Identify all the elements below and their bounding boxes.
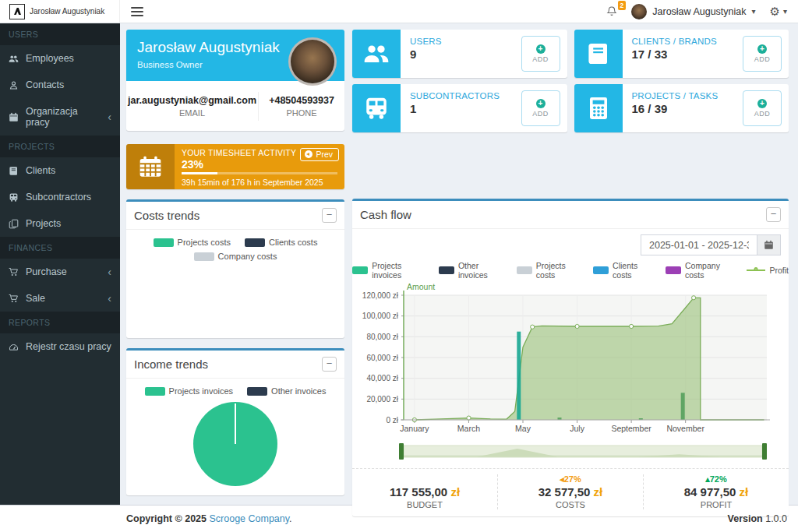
legend-item[interactable]: Clients costs: [245, 238, 317, 247]
timesheet-progress-fill: [182, 172, 217, 174]
collapse-button[interactable]: −: [322, 357, 337, 372]
prev-button[interactable]: Prev: [300, 148, 339, 161]
company-link[interactable]: Scrooge Company: [209, 513, 289, 524]
svg-text:40,000 zł: 40,000 zł: [366, 374, 398, 382]
profit-line-marker: [747, 266, 765, 274]
legend-item[interactable]: Other invoices: [439, 261, 507, 280]
sidebar-item-label: Purchase: [26, 266, 67, 277]
sidebar-item-contacts[interactable]: Contacts: [0, 72, 120, 98]
collapse-button[interactable]: −: [766, 207, 781, 222]
book-icon: [586, 41, 611, 66]
svg-text:100,000 zł: 100,000 zł: [362, 312, 399, 320]
stat-value: 1: [410, 102, 515, 115]
legend-item[interactable]: Other invoices: [247, 386, 326, 396]
legend-item[interactable]: Clients costs: [593, 261, 655, 280]
date-picker-button[interactable]: [757, 234, 781, 255]
app-logo[interactable]: Jarosław Augustyniak: [0, 0, 120, 23]
caret-down-icon: ▾: [751, 7, 755, 16]
legend-swatch: [145, 387, 165, 396]
tachometer-icon: [9, 342, 19, 352]
logo-text: Jarosław Augustyniak: [30, 7, 104, 16]
notification-badge: 2: [618, 1, 627, 10]
svg-text:January: January: [400, 424, 429, 433]
profile-email-label: EMAIL: [128, 108, 256, 118]
sidebar-item-employees[interactable]: Employees: [0, 45, 120, 72]
stat-card-users: USERS 9 + ADD: [352, 30, 567, 78]
sidebar-item-label: Employees: [26, 53, 74, 64]
sidebar-item-label: Sale: [26, 293, 45, 304]
chevron-left-icon: ‹: [108, 268, 111, 276]
main-content: Jarosław Augustyniak Business Owner jar.…: [120, 23, 798, 505]
sidebar-item-label: Subcontractors: [26, 192, 91, 203]
sidebar-section-reports: REPORTS: [0, 312, 120, 333]
sidebar-item-clients[interactable]: Clients: [0, 157, 120, 184]
sidebar-item-subcontractors[interactable]: Subcontractors: [0, 184, 120, 210]
notifications-button[interactable]: 2: [606, 5, 617, 17]
legend-swatch: [154, 238, 174, 247]
legend-item[interactable]: Projects costs: [154, 238, 231, 247]
legend-item[interactable]: Company costs: [194, 252, 277, 261]
calculator-icon: [586, 96, 611, 121]
book-icon: [9, 166, 19, 176]
legend-item[interactable]: Company costs: [666, 261, 737, 280]
timesheet-banner: YOUR TIMESHEET ACTIVITY Prev 23% 39h 15m…: [126, 144, 344, 189]
sidebar-item-label: Organizacja pracy: [26, 106, 101, 128]
bus-icon: [9, 192, 19, 203]
cashflow-summary: 117 555,00 zł BUDGET ◂27% 32 577,50 zł C…: [352, 469, 789, 516]
sidebar-item-purchase[interactable]: Purchase ‹: [0, 259, 120, 285]
cashflow-legend: Projects invoices Other invoices Project…: [352, 255, 789, 281]
plus-circle-icon: +: [757, 44, 767, 54]
calendar-icon: [9, 112, 19, 122]
copyright: Copyright © 2025 Scrooge Company.: [126, 513, 292, 524]
profile-email: jar.augustyniak@gmail.com: [128, 95, 256, 106]
sidebar-section-projects: PROJECTS: [0, 136, 120, 157]
settings-menu[interactable]: ⚙ ▾: [770, 5, 787, 19]
user-icon: [9, 80, 19, 90]
timesheet-detail: 39h 15min of 176 h in September 2025: [182, 178, 337, 187]
profile-avatar: [288, 37, 337, 86]
sidebar-toggle-button[interactable]: [131, 7, 143, 16]
sidebar-item-label: Contacts: [26, 79, 64, 90]
legend-swatch: [352, 266, 368, 274]
add-client-button[interactable]: + ADD: [743, 36, 782, 72]
plus-circle-icon: +: [757, 99, 767, 108]
bus-icon: [363, 95, 390, 122]
bell-icon: [606, 5, 617, 17]
date-range-input[interactable]: [641, 234, 757, 255]
caret-down-icon: ▾: [783, 7, 787, 16]
top-navbar: Jarosław Augustyniak 2 Jarosław Augustyn…: [0, 0, 798, 23]
add-project-button[interactable]: + ADD: [743, 90, 782, 126]
stat-value: 17 / 33: [632, 48, 737, 61]
svg-text:120,000 zł: 120,000 zł: [362, 291, 399, 300]
svg-text:July: July: [570, 424, 584, 433]
cash-flow-panel: Cash flow − Projects invoices Other invo…: [352, 199, 789, 516]
profile-card: Jarosław Augustyniak Business Owner jar.…: [126, 30, 344, 131]
sidebar-item-label: Projects: [26, 218, 61, 229]
legend-item[interactable]: Projects costs: [517, 261, 583, 280]
legend-swatch: [439, 266, 454, 274]
stat-value: 16 / 39: [632, 102, 737, 115]
sidebar-item-organizacja-pracy[interactable]: Organizacja pracy ‹: [0, 98, 120, 136]
sidebar-item-sale[interactable]: Sale ‹: [0, 285, 120, 312]
plus-circle-icon: +: [536, 99, 546, 108]
income-pie-chart: [193, 402, 277, 486]
timesheet-progressbar: [182, 172, 337, 174]
stat-label: SUBCONTRACTORS: [410, 91, 515, 100]
sidebar-section-users: USERS: [0, 23, 120, 45]
add-subcontractor-button[interactable]: + ADD: [521, 90, 560, 126]
chart-range-slider[interactable]: [399, 443, 767, 460]
add-users-button[interactable]: + ADD: [521, 36, 560, 72]
user-menu[interactable]: Jarosław Augustyniak ▾: [631, 4, 755, 19]
profit-summary: ▴72% 84 977,50 zł PROFIT: [643, 474, 789, 509]
sidebar-item-rejestr-czasu-pracy[interactable]: Rejestr czasu pracy: [0, 333, 120, 360]
cart-icon: [9, 267, 19, 277]
legend-item[interactable]: Profit: [747, 266, 789, 275]
costs-trends-panel: Costs trends − Projects costs Clients co…: [126, 199, 344, 338]
legend-swatch: [194, 252, 214, 261]
legend-item[interactable]: Projects invoices: [352, 261, 429, 280]
legend-item[interactable]: Projects invoices: [145, 386, 234, 396]
stat-card-clients-brands: CLIENTS / BRANDS 17 / 33 + ADD: [574, 30, 789, 78]
collapse-button[interactable]: −: [322, 208, 337, 223]
users-icon: [363, 41, 390, 67]
sidebar-item-projects[interactable]: Projects: [0, 210, 120, 237]
